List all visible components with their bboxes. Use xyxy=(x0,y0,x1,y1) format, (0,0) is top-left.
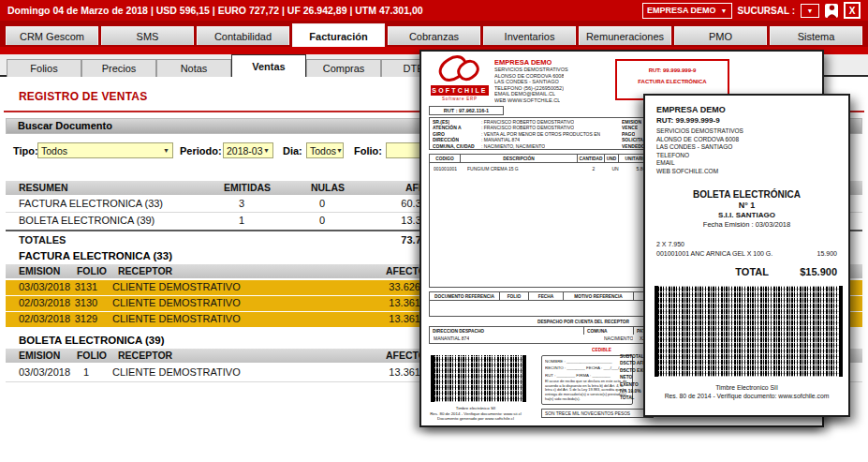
sucursal-select[interactable]: ▼ xyxy=(801,4,819,18)
emitter-line: EMAIL xyxy=(656,159,675,166)
receptor-rut: RUT : 97.962.116-1 xyxy=(429,106,504,115)
periodo-select[interactable]: 2018-03 ▼ xyxy=(223,142,273,158)
receptor-col: RECEPTOR xyxy=(118,265,172,276)
emitter-line: SERVICIOS DEMOSTRATIVOS xyxy=(494,67,568,73)
main-menu-bar: CRM Gescom SMS Contabilidad Facturación … xyxy=(0,21,868,47)
folio-col: FOLIO xyxy=(64,350,120,361)
emitter-line: EMAIL DEMO@EMAIL.CL xyxy=(494,91,555,97)
folio-col: FOLIO xyxy=(64,265,120,276)
sucursal-label: SUCURSAL : xyxy=(738,6,795,16)
boleta-title: BOLETA ELECTRÓNICA xyxy=(645,189,848,200)
menu-tab-remuneraciones[interactable]: Remuneraciones xyxy=(579,26,671,45)
menu-tab-sistema[interactable]: Sistema xyxy=(770,26,862,45)
row-folio: 1 xyxy=(58,365,114,380)
row-afecto: 13.361 xyxy=(327,312,420,326)
resumen-row-afecto: 13.361 xyxy=(339,214,433,228)
tab-notas[interactable]: Notas xyxy=(156,59,231,77)
tipo-label: Tipo: xyxy=(13,145,38,156)
tipo-select[interactable]: Todos ▼ xyxy=(37,142,173,158)
dia-select-value: Todos xyxy=(310,145,336,156)
page-title: REGISTRO DE VENTAS xyxy=(19,90,147,103)
chevron-down-icon: ▼ xyxy=(263,147,270,154)
top-status-bar: Domingo 04 de Marzo de 2018 | USD 596,15… xyxy=(0,0,868,21)
emision-col: EMISION xyxy=(19,265,60,276)
emitter-line: SERVICIOS DEMOSTRATIVOS xyxy=(656,127,743,134)
softchile-logo: SOFTCHILE Software ERP xyxy=(425,55,491,104)
totales-label: TOTALES xyxy=(19,233,66,247)
afecto-col: AFECTO xyxy=(332,350,426,361)
resumen-row-name: BOLETA ELECTRONICA (39) xyxy=(19,214,154,228)
menu-tab-crm-gescom[interactable]: CRM Gescom xyxy=(6,26,98,45)
logo-wordmark: SOFTCHILE xyxy=(431,85,489,96)
sii-office: S.I.I. SANTIAGO xyxy=(645,211,848,219)
item-cantidad: 2 xyxy=(580,166,608,171)
emitter-line: ALONSO DE CORDOVA 6008 xyxy=(656,136,739,142)
tipo-select-value: Todos xyxy=(41,145,67,156)
menu-tab-pmo[interactable]: PMO xyxy=(674,26,767,45)
boleta-number: N° 1 xyxy=(645,201,848,210)
acuse-nombre: NOMBRE : ____________________ xyxy=(545,359,629,364)
timbre-line: Documento generado por www.softchile.cl xyxy=(421,416,530,422)
boleta-document-preview: EMPRESA DEMO RUT: 99.999.999-9 SERVICIOS… xyxy=(643,94,850,417)
status-info: Domingo 04 de Marzo de 2018 | USD 596,15… xyxy=(7,5,423,16)
menu-tab-inventarios[interactable]: Inventarios xyxy=(483,26,576,45)
menu-tab-contabilidad[interactable]: Contabilidad xyxy=(197,26,289,45)
periodo-label: Periodo: xyxy=(180,145,222,156)
row-afecto: 33.626 xyxy=(327,280,420,294)
resumen-row-emitidas: 3 xyxy=(212,197,272,211)
company-select[interactable]: EMPRESA DEMO ▼ xyxy=(642,3,732,19)
afecto-col: AFECTO xyxy=(332,265,426,276)
menu-tab-cobranzas[interactable]: Cobranzas xyxy=(388,26,480,45)
tab-folios[interactable]: Folios xyxy=(7,59,81,77)
resumen-row-emitidas: 1 xyxy=(212,214,272,228)
emision-col: EMISION xyxy=(19,350,60,361)
chevron-down-icon: ▼ xyxy=(807,7,814,14)
tab-ventas[interactable]: Ventas xyxy=(231,54,306,77)
row-folio: 3129 xyxy=(58,312,114,326)
cedible-label: CEDIBLE xyxy=(592,348,611,352)
company-select-value: EMPRESA DEMO xyxy=(647,6,716,15)
factura-section-title: FACTURA ELECTRONICA (33) xyxy=(19,250,172,261)
emitter-rut: RUT: 99.999.999-9 xyxy=(656,116,720,125)
receptor-label: COMUNA, CIUDAD xyxy=(433,143,475,149)
fecha-emision: Fecha Emisión : 03/03/2018 xyxy=(645,220,848,229)
item-codigo: 001001001 xyxy=(434,166,457,171)
periodo-select-value: 2018-03 xyxy=(227,145,263,156)
menu-tab-sms[interactable]: SMS xyxy=(101,26,194,45)
user-icon[interactable] xyxy=(825,4,838,18)
row-receptor: CLIENTE DEMOSTRATIVO xyxy=(112,296,241,310)
emitter-name: EMPRESA DEMO xyxy=(656,105,726,114)
dia-label: Dia: xyxy=(283,145,302,156)
total-label: TOTAL xyxy=(645,266,769,277)
emitidas-col: EMITIDAS xyxy=(217,182,277,193)
emitter-line: LAS CONDES - SANTIAGO xyxy=(656,143,732,150)
receptor-value: : NACIMIENTO, NACIMIENTO xyxy=(481,143,545,149)
emitter-line: LAS CONDES - SANTIAGO xyxy=(494,79,559,85)
close-button[interactable]: X xyxy=(844,2,861,19)
despacho-direccion: MANANTIAL 874 xyxy=(434,335,469,341)
tab-compras[interactable]: Compras xyxy=(306,59,381,77)
acuse-recinto-fecha: RECINTO : ________ FECHA : ___/___/___ xyxy=(545,365,629,370)
item-line: 001001001 ANC ARNICA GEL X 100 G. xyxy=(656,250,772,257)
item-qty-line: 2 X 7.950 xyxy=(656,241,684,247)
topbar-controls: EMPRESA DEMO ▼ SUCURSAL : ▼ X xyxy=(642,2,861,19)
rut-value: RUT: 99.999.999-9 xyxy=(617,67,728,73)
acuse-legal-text: El acuse de recibo que se declara en est… xyxy=(545,380,629,401)
emitter-line: WEB WWW.SOFTCHILE.CL xyxy=(494,97,560,104)
dia-select[interactable]: Todos ▼ xyxy=(306,142,344,158)
menu-tab-facturacion[interactable]: Facturación xyxy=(292,23,385,48)
timbre-barcode xyxy=(655,286,843,377)
row-afecto: 13.361 xyxy=(327,296,420,310)
resumen-row-name: FACTURA ELECTRONICA (33) xyxy=(19,197,163,211)
row-folio: 3131 xyxy=(58,280,114,294)
emitter-line: TELEFONO xyxy=(656,152,689,158)
resumen-col: RESUMEN xyxy=(19,182,68,193)
emitter-line: ALONSO DE CORDOVA 6008 xyxy=(494,73,564,80)
emitter-line: WEB SOFCHILE.COM xyxy=(656,168,718,174)
item-descripcion: FUNGIUM CREMA 15 G xyxy=(467,166,519,171)
folio-label: Folio: xyxy=(354,145,382,156)
acuse-rut-firma: RUT : ________ FIRMA : ________ xyxy=(545,373,629,378)
tab-precios[interactable]: Precios xyxy=(81,59,156,77)
application-window: Domingo 04 de Marzo de 2018 | USD 596,15… xyxy=(0,0,868,462)
timbre-line: Res. 80 de 2014 - Verifique documento: w… xyxy=(645,393,848,399)
